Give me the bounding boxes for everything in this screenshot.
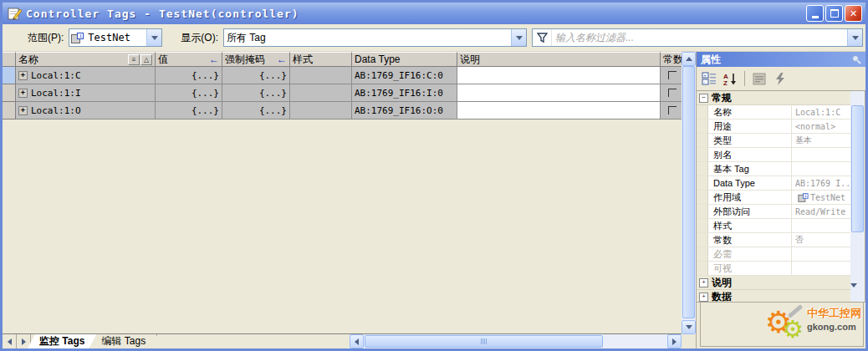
scope-value: TestNet — [85, 32, 146, 43]
scroll-thumb[interactable] — [365, 335, 603, 348]
monitor-arrow-icon[interactable]: ← — [209, 53, 219, 65]
group-data[interactable]: + 数据 — [697, 290, 850, 303]
property-row[interactable]: 样式 — [697, 219, 850, 233]
alphabetical-sort-button[interactable]: A Z — [721, 70, 739, 87]
monitor-arrow-icon[interactable]: ← — [277, 53, 287, 65]
property-pages-button[interactable] — [750, 70, 768, 87]
tag-data-type-cell[interactable]: AB:1769_IF16:O:0 — [352, 102, 457, 120]
scroll-left-button[interactable] — [350, 334, 364, 348]
categorized-view-button[interactable]: + - — [700, 70, 718, 87]
expand-icon[interactable]: + — [18, 89, 28, 98]
property-row[interactable]: Data TypeAB:1769_I... — [697, 176, 850, 191]
tag-description-cell[interactable] — [457, 84, 661, 102]
header-corner-cell — [3, 52, 16, 67]
pushpin-icon[interactable] — [850, 54, 861, 65]
column-header-data-type[interactable]: Data Type — [352, 52, 457, 67]
constant-checkbox[interactable] — [668, 71, 677, 79]
column-header-value[interactable]: 值 ← — [156, 52, 222, 67]
scroll-thumb[interactable] — [682, 66, 695, 318]
events-lightning-button[interactable] — [771, 70, 789, 87]
scroll-right-button[interactable] — [667, 334, 682, 348]
scope-label: 范围(P): — [28, 31, 64, 45]
filter-combobox[interactable] — [532, 28, 863, 47]
tag-value-cell[interactable]: {...} — [156, 67, 222, 84]
row-selector-selected[interactable] — [3, 67, 16, 84]
tag-value-cell[interactable]: {...} — [156, 102, 222, 120]
property-row[interactable]: 名称Local:1:C — [697, 105, 850, 120]
constant-checkbox[interactable] — [668, 89, 677, 97]
table-vertical-scrollbar[interactable] — [682, 52, 696, 334]
show-label: 显示(O): — [181, 31, 218, 45]
scroll-track[interactable] — [682, 66, 696, 320]
properties-vertical-scrollbar[interactable] — [850, 91, 865, 302]
table-horizontal-scrollbar[interactable] — [350, 334, 682, 348]
sort-ascending-icon[interactable]: △ — [140, 54, 152, 65]
constant-checkbox[interactable] — [668, 106, 677, 114]
expand-icon[interactable]: + — [18, 106, 28, 115]
tag-style-cell[interactable] — [290, 67, 352, 84]
scroll-up-button[interactable] — [850, 91, 865, 105]
tag-constant-cell[interactable] — [661, 84, 682, 102]
scroll-down-button[interactable] — [850, 287, 865, 302]
close-button[interactable]: ✕ — [845, 5, 862, 22]
group-description[interactable]: + 说明 — [697, 276, 850, 290]
row-selector[interactable] — [3, 84, 16, 102]
row-selector[interactable] — [3, 102, 16, 120]
tab-monitor-tags[interactable]: 监控 Tags — [28, 334, 96, 348]
tag-data-type-cell[interactable]: AB:1769_IF16:C:0 — [352, 67, 457, 84]
tag-constant-cell[interactable] — [661, 102, 682, 120]
filter-columns-icon[interactable]: ≡ — [128, 54, 140, 65]
tag-description-cell[interactable] — [457, 102, 661, 120]
scroll-up-button[interactable] — [682, 52, 696, 66]
titlebar[interactable]: Controller Tags - TestNet(controller) ✕ — [3, 3, 865, 24]
tag-data-type-cell[interactable]: AB:1769_IF16:I:0 — [352, 84, 457, 102]
property-row[interactable]: 常数否 — [697, 233, 850, 247]
tag-value-cell[interactable]: {...} — [156, 84, 222, 102]
property-row[interactable]: 别名 — [697, 148, 850, 162]
filter-input[interactable] — [552, 32, 847, 43]
tag-force-mask-cell[interactable]: {...} — [222, 84, 290, 102]
filter-funnel-icon[interactable] — [533, 29, 552, 46]
properties-header[interactable]: 属性 — [697, 52, 865, 67]
property-row[interactable]: 外部访问Read/Write — [697, 205, 850, 219]
tag-description-cell[interactable] — [457, 67, 661, 84]
column-header-force-mask[interactable]: 强制掩码 ← — [222, 52, 290, 67]
tab-edit-tags[interactable]: 编辑 Tags — [89, 334, 157, 348]
show-dropdown-arrow[interactable] — [511, 29, 526, 46]
property-row[interactable]: 作用域 1TestNet — [697, 191, 850, 205]
scroll-thumb[interactable] — [851, 105, 864, 232]
table-row[interactable]: +Local:1:O {...} {...} AB:1769_IF16:O:0 — [3, 102, 682, 120]
column-header-style[interactable]: 样式 — [290, 52, 352, 67]
restore-button[interactable] — [825, 5, 843, 22]
table-row[interactable]: +Local:1:I {...} {...} AB:1769_IF16:I:0 — [3, 84, 682, 102]
scroll-track[interactable] — [850, 105, 865, 287]
tag-force-mask-cell[interactable]: {...} — [222, 67, 290, 84]
group-general[interactable]: − 常规 — [697, 91, 850, 105]
tag-style-cell[interactable] — [290, 102, 352, 120]
tag-name-cell[interactable]: +Local:1:O — [16, 102, 156, 120]
expand-icon[interactable]: + — [699, 292, 708, 302]
filter-dropdown-arrow[interactable] — [847, 29, 862, 46]
tab-scroll-left-button[interactable] — [3, 334, 17, 348]
property-row[interactable]: 用途<normal> — [697, 120, 850, 134]
tag-force-mask-cell[interactable]: {...} — [222, 102, 290, 120]
column-header-name[interactable]: 名称 ≡ △ — [16, 52, 156, 67]
property-row[interactable]: 类型基本 — [697, 134, 850, 148]
minimize-button[interactable] — [806, 5, 824, 22]
expand-icon[interactable]: + — [18, 71, 28, 80]
tag-name-cell[interactable]: +Local:1:I — [16, 84, 156, 102]
collapse-icon[interactable]: − — [699, 94, 708, 103]
tag-style-cell[interactable] — [290, 84, 352, 102]
scroll-down-button[interactable] — [682, 320, 696, 334]
expand-icon[interactable]: + — [699, 278, 708, 287]
column-header-description[interactable]: 说明 — [457, 52, 661, 67]
property-grid: − 常规 名称Local:1:C 用途<normal> 类型基本 别名 基本 T… — [697, 90, 865, 303]
scope-combobox[interactable]: 1 TestNet — [69, 28, 162, 47]
table-row[interactable]: +Local:1:C {...} {...} AB:1769_IF16:C:0 — [3, 67, 682, 84]
tag-name-cell[interactable]: +Local:1:C — [16, 67, 156, 84]
tag-constant-cell[interactable] — [661, 67, 682, 84]
property-row[interactable]: 基本 Tag — [697, 162, 850, 176]
show-combobox[interactable]: 所有 Tag — [223, 28, 527, 47]
scope-dropdown-arrow[interactable] — [146, 29, 161, 46]
column-header-constant[interactable]: 常数 — [661, 52, 682, 67]
